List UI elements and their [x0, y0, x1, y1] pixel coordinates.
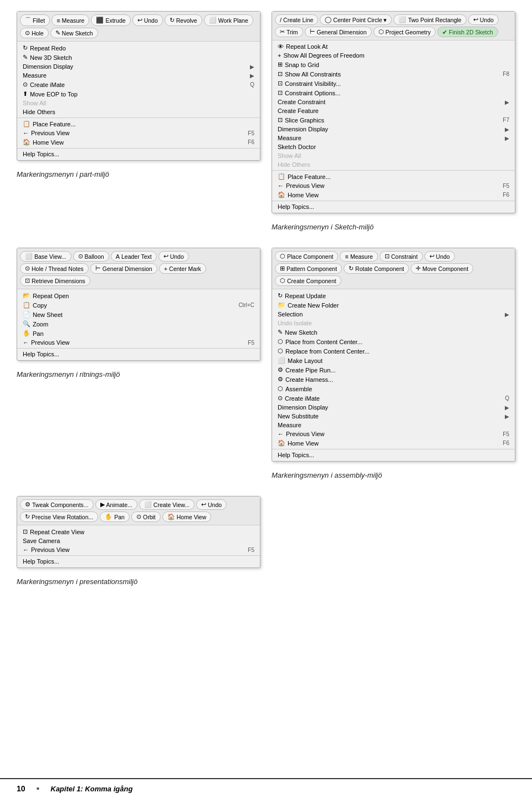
- mi-prev-view-pr[interactable]: ← Previous ViewF5: [17, 545, 260, 554]
- btn-undo-as[interactable]: ↩ Undo: [424, 251, 455, 262]
- btn-create-view[interactable]: ⬜ Create View...: [139, 499, 195, 510]
- btn-base-view[interactable]: ⬜ Base View...: [20, 251, 71, 262]
- mi-repeat-look[interactable]: 👁 Repeat Look At: [272, 42, 515, 51]
- btn-create-comp[interactable]: ⬡ Create Component: [275, 275, 341, 286]
- col-presentation: ⚙ Tweak Components... ▶ Animate... ⬜ Cre…: [17, 496, 260, 586]
- btn-fillet[interactable]: ⌒ Fillet: [20, 14, 50, 26]
- btn-undo-sk[interactable]: ↩ Undo: [468, 14, 499, 25]
- btn-retrieve-dim[interactable]: ⊡ Retrieve Dimensions: [20, 275, 90, 286]
- btn-extrude[interactable]: ⬛ Extrude: [91, 14, 130, 26]
- mi-replace-content[interactable]: ⬡ Replace from Content Center...: [272, 346, 515, 356]
- mi-help-sk[interactable]: Help Topics...: [272, 202, 515, 211]
- mi-new-sketch-as[interactable]: ✎ New Sketch: [272, 328, 515, 337]
- mi-snap-grid[interactable]: ⊞ Snap to Grid: [272, 60, 515, 69]
- btn-center-circle[interactable]: ◯ Center Point Circle ▾: [320, 14, 392, 25]
- btn-workplane[interactable]: ⬜ Work Plane: [204, 14, 253, 26]
- mi-constraint-vis[interactable]: ⊡ Constraint Visibility...: [272, 79, 515, 88]
- mi-new-sheet[interactable]: 📄 New Sheet: [17, 310, 260, 319]
- btn-create-line[interactable]: / Create Line: [275, 14, 318, 25]
- mi-dimension-display[interactable]: Dimension Display▶: [17, 62, 260, 71]
- mi-help-dr[interactable]: Help Topics...: [17, 350, 260, 359]
- btn-undo-pr[interactable]: ↩ Undo: [196, 499, 227, 510]
- btn-pan-pr[interactable]: ✋ Pan: [100, 511, 130, 522]
- mi-dim-disp-as[interactable]: Dimension Display▶: [272, 403, 515, 412]
- mi-repeat-open[interactable]: 📂 Repeat Open: [17, 291, 260, 300]
- mi-repeat-update[interactable]: ↻ Repeat Update: [272, 291, 515, 300]
- mi-help-as[interactable]: Help Topics...: [272, 451, 515, 459]
- mi-make-layout[interactable]: ⬜ Make Layout: [272, 356, 515, 365]
- btn-leader-text[interactable]: A Leader Text: [111, 251, 157, 262]
- mi-assemble[interactable]: ⬡ Assemble: [272, 384, 515, 393]
- mi-prev-view-as[interactable]: ← Previous ViewF5: [272, 429, 515, 438]
- mi-home-view-as[interactable]: 🏠 Home ViewF6: [272, 438, 515, 448]
- mi-meas[interactable]: Measure▶: [272, 134, 515, 142]
- mi-create-folder[interactable]: 📁 Create New Folder: [272, 300, 515, 310]
- mi-create-feature[interactable]: Create Feature: [272, 106, 515, 115]
- mi-hide-others[interactable]: Hide Others: [17, 108, 260, 116]
- mi-create-constraint[interactable]: Create Constraint▶: [272, 98, 515, 106]
- btn-finish-sketch[interactable]: ✔ Finish 2D Sketch: [437, 27, 498, 37]
- row-2: ⬜ Base View... ⊙ Balloon A Leader Text ↩…: [17, 248, 515, 479]
- mi-move-eop[interactable]: ⬆ Move EOP to Top: [17, 89, 260, 99]
- mi-sketch-doctor[interactable]: Sketch Doctor: [272, 142, 515, 151]
- btn-undo[interactable]: ↩ Undo: [132, 14, 163, 26]
- btn-move-comp[interactable]: ✛ Move Component: [411, 263, 473, 274]
- btn-undo-dr[interactable]: ↩ Undo: [158, 251, 189, 262]
- btn-hole[interactable]: ⊙ Hole: [20, 28, 49, 38]
- mi-place-content[interactable]: ⬡ Place from Content Center...: [272, 337, 515, 346]
- mi-zoom[interactable]: 🔍 Zoom: [17, 319, 260, 329]
- mi-help[interactable]: Help Topics...: [17, 150, 260, 158]
- btn-revolve[interactable]: ↻ Revolve: [165, 14, 202, 26]
- mi-help-pr[interactable]: Help Topics...: [17, 557, 260, 566]
- btn-measure-as[interactable]: ≡ Measure: [340, 251, 377, 262]
- mi-constraint-opts[interactable]: ⊡ Constraint Options...: [272, 88, 515, 98]
- btn-balloon[interactable]: ⊙ Balloon: [73, 251, 109, 262]
- mi-place-feature-sk[interactable]: 📋 Place Feature...: [272, 172, 515, 181]
- mi-copy[interactable]: 📋 CopyCtrl+C: [17, 300, 260, 310]
- mi-measure-as[interactable]: Measure: [272, 421, 515, 429]
- mi-new3dsketch[interactable]: ✎ New 3D Sketch: [17, 53, 260, 62]
- btn-tweak[interactable]: ⚙ Tweak Components...: [20, 499, 94, 510]
- mi-dim-disp[interactable]: Dimension Display▶: [272, 125, 515, 134]
- mi-measure[interactable]: Measure▶: [17, 71, 260, 80]
- mi-repeat-create-view[interactable]: ⊡ Repeat Create View: [17, 527, 260, 536]
- mi-prev-view-sk[interactable]: ← Previous ViewF5: [272, 181, 515, 190]
- btn-general-dim[interactable]: ⊢ General Dimension: [90, 263, 157, 274]
- mi-create-harness[interactable]: ⚙ Create Harness...: [272, 375, 515, 384]
- mi-previous-view[interactable]: ← Previous ViewF5: [17, 129, 260, 137]
- btn-rotate-comp[interactable]: ↻ Rotate Component: [344, 263, 409, 274]
- mi-selection[interactable]: Selection▶: [272, 310, 515, 319]
- btn-gen-dim[interactable]: ⊢ General Dimension: [305, 27, 372, 37]
- mi-home-view-sk[interactable]: 🏠 Home ViewF6: [272, 190, 515, 200]
- btn-center-mark[interactable]: + Center Mark: [159, 263, 206, 274]
- col-assembly: ⬡ Place Component ≡ Measure ⊡ Constraint…: [272, 248, 515, 479]
- btn-newsketch[interactable]: ✎ New Sketch: [50, 28, 98, 38]
- btn-precise-rot[interactable]: ↻ Precise View Rotation...: [20, 511, 98, 522]
- btn-orbit[interactable]: ⊙ Orbit: [131, 511, 161, 522]
- mi-create-pipe[interactable]: ⚙ Create Pipe Run...: [272, 365, 515, 375]
- mi-slice-graphics[interactable]: ⊡ Slice GraphicsF7: [272, 115, 515, 125]
- mi-prev-view-dr[interactable]: ← Previous ViewF5: [17, 338, 260, 347]
- col-drawing: ⬜ Base View... ⊙ Balloon A Leader Text ↩…: [17, 248, 260, 479]
- btn-constraint-as[interactable]: ⊡ Constraint: [380, 251, 423, 262]
- menu-presentation: ⚙ Tweak Components... ▶ Animate... ⬜ Cre…: [17, 496, 260, 568]
- mi-pan[interactable]: ✋ Pan: [17, 329, 260, 338]
- mi-save-camera[interactable]: Save Camera: [17, 536, 260, 545]
- mi-create-imate-as[interactable]: ⊙ Create iMateQ: [272, 393, 515, 403]
- btn-home-view-pr[interactable]: 🏠 Home View: [162, 511, 212, 522]
- mi-place-feature[interactable]: 📋 Place Feature...: [17, 119, 260, 129]
- mi-repeat-redo[interactable]: ↻ Repeat Redo: [17, 43, 260, 53]
- btn-two-rect[interactable]: ⬜ Two Point Rectangle: [393, 14, 466, 25]
- btn-proj-geom[interactable]: ⬡ Project Geometry: [374, 27, 436, 37]
- btn-measure[interactable]: ≡ Measure: [52, 14, 89, 26]
- mi-home-view[interactable]: 🏠 Home ViewF6: [17, 137, 260, 147]
- mi-show-constraints[interactable]: ⊡ Show All ConstraintsF8: [272, 69, 515, 79]
- btn-animate[interactable]: ▶ Animate...: [95, 499, 137, 510]
- btn-trim[interactable]: ✂ Trim: [275, 27, 303, 37]
- btn-place-comp[interactable]: ⬡ Place Component: [275, 251, 338, 262]
- btn-hole-notes[interactable]: ⊙ Hole / Thread Notes: [20, 263, 89, 274]
- mi-show-dof[interactable]: + Show All Degrees of Freedom: [272, 51, 515, 60]
- mi-create-imate[interactable]: ⊙ Create iMateQ: [17, 80, 260, 89]
- btn-pattern-comp[interactable]: ⊞ Pattern Component: [275, 263, 342, 274]
- mi-new-substitute[interactable]: New Substitute▶: [272, 412, 515, 421]
